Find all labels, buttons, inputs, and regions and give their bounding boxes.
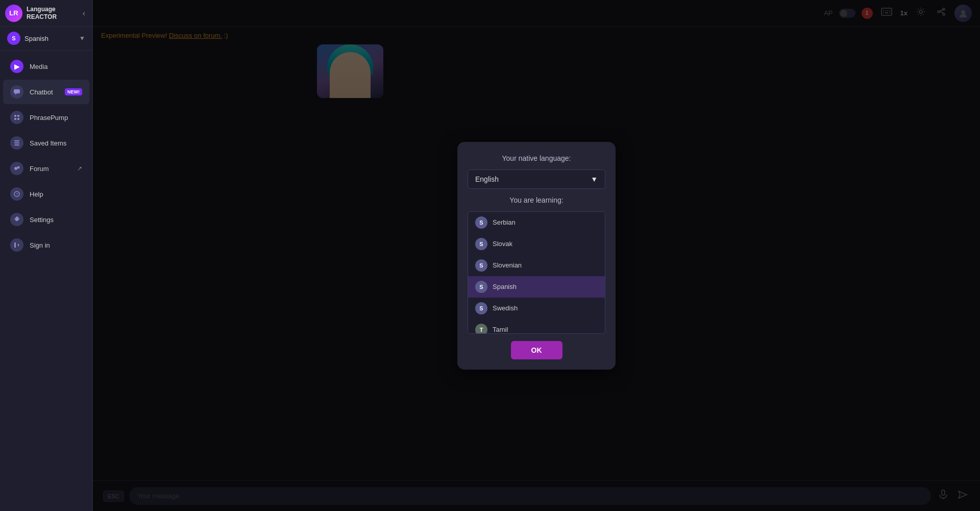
sidebar-item-chatbot[interactable]: Chatbot NEW! [3,80,89,104]
ok-button[interactable]: OK [511,341,562,359]
lang-item-name: Slovak [493,240,512,248]
lang-letter-icon: T [475,324,487,334]
svg-rect-2 [14,115,16,117]
sidebar-item-help[interactable]: ? Help [3,182,89,206]
settings-icon [10,213,23,226]
native-lang-value: English [475,175,499,183]
sidebar-item-settings[interactable]: Settings [3,207,89,232]
lang-item-name: Slovenian [493,261,522,269]
language-circle: S [7,32,20,45]
main-content: AP 1 1x Experimental Preview! Discuss on… [93,0,980,511]
signin-icon [10,238,23,252]
svg-rect-0 [14,89,20,93]
sidebar-header: LR Language REACTOR ‹ [0,0,92,27]
sidebar-item-phrasepump[interactable]: PhrasePump [3,105,89,130]
svg-rect-4 [14,118,16,120]
svg-rect-5 [17,118,19,120]
sidebar-item-media[interactable]: ▶ Media [3,54,89,79]
sidebar-item-label-media: Media [30,63,82,70]
sidebar-item-label-help: Help [30,190,82,198]
lang-item-name: Tamil [493,326,508,333]
collapse-button[interactable]: ‹ [81,7,87,20]
nav-items: ▶ Media Chatbot NEW! PhrasePump Saved It… [0,51,92,511]
lang-letter-icon: S [475,281,487,293]
svg-rect-6 [14,140,19,141]
lang-item-name: Spanish [493,283,517,290]
language-dropdown-arrow: ▼ [79,35,85,42]
sidebar-item-label-forum: Forum [30,165,71,173]
lang-letter-icon: S [475,238,487,250]
logo-area[interactable]: LR Language REACTOR [5,5,57,22]
svg-text:?: ? [16,192,18,197]
lang-letter-icon: S [475,216,487,229]
lang-letter-icon: S [475,259,487,272]
svg-marker-1 [15,93,17,95]
media-icon: ▶ [10,60,23,73]
language-list-item[interactable]: S Spanish [468,276,605,298]
sidebar-item-label-chatbot: Chatbot [30,88,59,96]
language-list-item[interactable]: S Swedish [468,298,605,319]
language-list-item[interactable]: T Tamil [468,319,605,334]
sidebar-item-label-settings: Settings [30,216,82,224]
logo-subtitle: REACTOR [27,13,57,20]
lang-item-name: Swedish [493,304,518,312]
logo-text: Language REACTOR [27,6,57,20]
language-modal: Your native language: English ▼ You are … [457,142,616,370]
help-icon: ? [10,187,23,201]
svg-point-10 [17,166,20,169]
svg-point-9 [14,167,17,170]
language-list-item[interactable]: S Serbian [468,212,605,233]
sidebar-item-forum[interactable]: Forum ↗ [3,156,89,181]
svg-rect-7 [14,142,19,143]
svg-rect-3 [17,115,19,117]
language-list-item[interactable]: S Slovak [468,233,605,255]
phrasepump-icon [10,111,23,124]
native-lang-dropdown-arrow: ▼ [591,175,598,183]
logo-title: Language [27,6,57,13]
native-lang-select[interactable]: English ▼ [468,169,605,189]
lang-item-name: Serbian [493,218,516,226]
sidebar-item-signin[interactable]: Sign in [3,233,89,257]
language-list-item[interactable]: S Slovenian [468,255,605,276]
saved-icon [10,136,23,150]
sidebar: LR Language REACTOR ‹ S Spanish ▼ ▶ Medi… [0,0,93,511]
native-lang-title: Your native language: [502,154,571,162]
new-badge: NEW! [65,88,82,95]
sidebar-item-saved[interactable]: Saved Items [3,131,89,155]
sidebar-item-label-signin: Sign in [30,241,82,249]
sidebar-item-label-saved: Saved Items [30,139,82,147]
language-selector[interactable]: S Spanish ▼ [0,27,92,51]
sidebar-item-label-phrasepump: PhrasePump [30,114,82,121]
language-list: S Serbian S Slovak S Slovenian S Spanish… [468,211,605,334]
learning-title: You are learning: [468,196,605,204]
lang-letter-icon: S [475,302,487,314]
forum-icon [10,162,23,175]
chatbot-icon [10,85,23,99]
svg-rect-8 [14,144,19,145]
logo-icon: LR [5,5,22,22]
external-link-icon: ↗ [77,165,82,172]
language-name: Spanish [24,35,75,42]
